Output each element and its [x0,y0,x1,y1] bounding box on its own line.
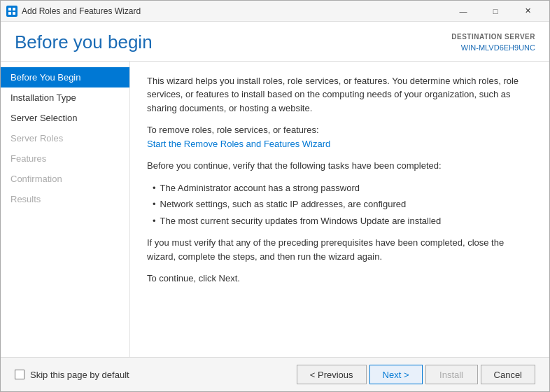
destination-label: DESTINATION SERVER [451,31,535,42]
bullet-dot-1: • [153,197,156,211]
sidebar-item-features: Features [1,148,129,169]
sidebar-item-results: Results [1,189,129,209]
sidebar-item-server-roles: Server Roles [1,128,129,148]
svg-rect-1 [13,8,15,10]
sidebar-item-before-you-begin[interactable]: Before You Begin [1,67,129,88]
install-button[interactable]: Install [425,365,478,384]
content-paragraph-4: If you must verify that any of the prece… [147,236,533,263]
destination-server: WIN-MLVD6EH9UNC [451,42,535,54]
bullet-item-0: • The Administrator account has a strong… [153,181,533,195]
bullet-dot-0: • [153,181,156,195]
minimize-button[interactable]: — [447,1,479,22]
next-button[interactable]: Next > [369,365,423,384]
header: Before you begin DESTINATION SERVER WIN-… [1,22,549,62]
bullet-item-2: • The most current security updates from… [153,214,533,228]
sidebar-item-confirmation: Confirmation [1,169,129,189]
main-area: Before You Begin Installation Type Serve… [1,62,549,358]
sidebar-item-installation-type[interactable]: Installation Type [1,88,129,108]
content-paragraph-2: To remove roles, role services, or featu… [147,123,533,150]
bullet-item-1: • Network settings, such as static IP ad… [153,197,533,211]
footer: Skip this page by default < Previous Nex… [1,357,549,391]
destination-info: DESTINATION SERVER WIN-MLVD6EH9UNC [451,31,535,54]
bullet-text-1: Network settings, such as static IP addr… [160,197,407,211]
app-icon [6,6,17,17]
sidebar-item-server-selection[interactable]: Server Selection [1,108,129,128]
content-paragraph-1: This wizard helps you install roles, rol… [147,74,533,115]
svg-rect-2 [8,12,11,15]
previous-button[interactable]: < Previous [297,365,367,384]
page-title: Before you begin [15,31,153,53]
skip-page-label: Skip this page by default [30,370,129,380]
close-button[interactable]: ✕ [512,1,544,22]
wizard-window: Add Roles and Features Wizard — □ ✕ Befo… [0,0,550,392]
svg-rect-0 [8,8,11,10]
content-area: This wizard helps you install roles, rol… [130,62,549,358]
bullet-text-2: The most current security updates from W… [160,214,442,228]
skip-page-checkbox[interactable] [15,370,24,379]
content-paragraph-5: To continue, click Next. [147,272,533,286]
title-bar: Add Roles and Features Wizard — □ ✕ [1,1,549,22]
remove-wizard-link[interactable]: Start the Remove Roles and Features Wiza… [147,139,330,149]
skip-page-checkbox-container[interactable]: Skip this page by default [15,370,129,380]
cancel-button[interactable]: Cancel [481,365,535,384]
content-paragraph-3: Before you continue, verify that the fol… [147,159,533,173]
sidebar: Before You Begin Installation Type Serve… [1,62,130,358]
svg-rect-3 [13,12,15,15]
bullet-list: • The Administrator account has a strong… [153,181,533,228]
bullet-dot-2: • [153,214,156,228]
paragraph-2-prefix: To remove roles, role services, or featu… [147,125,319,135]
bullet-text-0: The Administrator account has a strong p… [160,181,360,195]
maximize-button[interactable]: □ [479,1,512,22]
window-title: Add Roles and Features Wizard [22,6,141,16]
